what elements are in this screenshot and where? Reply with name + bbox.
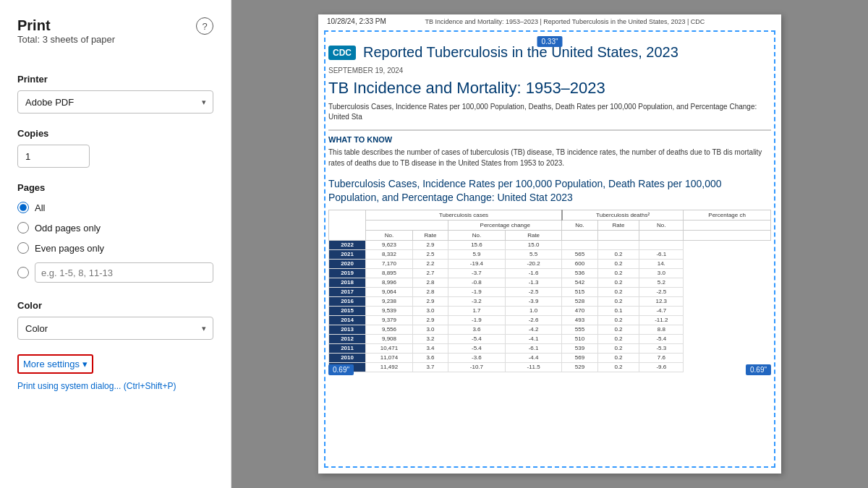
print-subtitle: Total: 3 sheets of paper xyxy=(17,34,115,45)
table-cell: 2019 xyxy=(329,268,366,278)
table-cell: -20.2 xyxy=(505,259,562,268)
table-cell: -4.1 xyxy=(505,334,562,343)
table-cell: -11.2 xyxy=(639,315,684,325)
table-cell: 2020 xyxy=(329,259,366,268)
table-cell: 0.1 xyxy=(597,306,639,315)
copies-input[interactable] xyxy=(17,145,90,168)
table-cell: -1.3 xyxy=(505,278,562,287)
table-cell: 5.5 xyxy=(505,249,562,259)
col-rate3-header xyxy=(597,230,639,240)
color-label: Color xyxy=(17,300,213,311)
table-cell: 536 xyxy=(562,268,597,278)
page-header-date: 10/28/24, 2:33 PM xyxy=(327,17,386,25)
table-cell: 2.2 xyxy=(412,259,448,268)
table-cell: 2012 xyxy=(329,334,366,343)
table-cell: 2.9 xyxy=(412,296,448,306)
system-dialog-link[interactable]: Print using system dialog... (Ctrl+Shift… xyxy=(17,381,213,391)
table-cell: -3.7 xyxy=(448,268,506,278)
cdc-logo: CDC xyxy=(328,46,356,60)
table-cell: 3.4 xyxy=(412,343,448,353)
pages-all-radio[interactable] xyxy=(17,202,29,213)
table-cell: -10.7 xyxy=(448,362,506,372)
table-cell: 569 xyxy=(562,353,597,362)
table-cell: 529 xyxy=(562,362,597,372)
table-cell: 15.0 xyxy=(505,240,562,249)
table-cell: -3.6 xyxy=(448,353,506,362)
table-cell: 10,471 xyxy=(366,343,413,353)
table-cell: 14. xyxy=(639,259,684,268)
pages-all-option[interactable]: All xyxy=(17,199,213,216)
table-cases-header: Tuberculosis cases xyxy=(366,210,562,220)
table-deaths-pct-header xyxy=(684,220,771,230)
table-cell: 2015 xyxy=(329,306,366,315)
table-cell: 9,908 xyxy=(366,334,413,343)
table-cell: 2021 xyxy=(329,249,366,259)
table-cell: 3.2 xyxy=(412,334,448,343)
table-cell: 0.2 xyxy=(597,259,639,268)
copies-label: Copies xyxy=(17,128,213,139)
pages-odd-radio[interactable] xyxy=(17,222,29,234)
pages-custom-radio[interactable] xyxy=(17,267,29,278)
table-cell: 9,623 xyxy=(366,240,413,249)
table-cell: -5.3 xyxy=(639,343,684,353)
table-cell: 2010 xyxy=(329,353,366,362)
table-cell: 7.6 xyxy=(639,353,684,362)
pages-even-radio[interactable] xyxy=(17,242,29,254)
table-cell: 1.7 xyxy=(448,306,506,315)
page-header-bar: 10/28/24, 2:33 PM TB Incidence and Morta… xyxy=(318,14,781,28)
custom-pages-input[interactable] xyxy=(35,262,213,283)
help-button[interactable]: ? xyxy=(196,17,213,35)
tb-subtitle: Tuberculosis Cases, Incidence Rates per … xyxy=(328,102,771,122)
table-cell: 0.2 xyxy=(597,278,639,287)
what-to-know-label: WHAT TO KNOW xyxy=(328,129,771,144)
data-table: Tuberculosis cases Tuberculosis deaths² … xyxy=(328,210,771,372)
table-cell: 565 xyxy=(562,249,597,259)
table-cell: 2014 xyxy=(329,315,366,325)
table-cell: -4.4 xyxy=(505,353,562,362)
top-margin-indicator: 0.33" xyxy=(537,36,562,47)
table-cell: -1.6 xyxy=(505,268,562,278)
pages-even-label: Even pages only xyxy=(35,243,104,254)
table-cell: 2022 xyxy=(329,240,366,249)
table-cell: 9,539 xyxy=(366,306,413,315)
pages-custom-option[interactable] xyxy=(17,260,213,286)
table-cell: 9,379 xyxy=(366,315,413,325)
table-cell: 0.2 xyxy=(597,249,639,259)
printer-select[interactable]: Adobe PDF xyxy=(17,90,213,114)
table-cell: 9,556 xyxy=(366,325,413,334)
table-cell xyxy=(562,240,597,249)
table-cell: -4.2 xyxy=(505,325,562,334)
table-cell: 9,064 xyxy=(366,287,413,296)
table-cell: 3.7 xyxy=(412,362,448,372)
table-cell: 539 xyxy=(562,343,597,353)
table-cell: 2.7 xyxy=(412,268,448,278)
pages-even-option[interactable]: Even pages only xyxy=(17,239,213,257)
table-cell: 0.2 xyxy=(597,325,639,334)
col-no-header: No. xyxy=(366,230,413,240)
table-cell: 3.6 xyxy=(412,353,448,362)
printer-select-wrapper: Adobe PDF ▾ xyxy=(17,90,213,114)
table-deaths-no-header: No. xyxy=(562,220,597,230)
page-header-url: TB Incidence and Mortality: 1953–2023 | … xyxy=(392,18,738,25)
table-cell: -6.1 xyxy=(505,343,562,353)
table-cell: 9,238 xyxy=(366,296,413,306)
pages-odd-option[interactable]: Odd pages only xyxy=(17,219,213,236)
pages-radio-group: All Odd pages only Even pages only xyxy=(17,199,213,286)
col-no4-header xyxy=(639,230,684,240)
col-no3-header xyxy=(562,230,597,240)
table-cell: 8,332 xyxy=(366,249,413,259)
table-cell: 2.8 xyxy=(412,278,448,287)
table-section-heading: Tuberculosis Cases, Incidence Rates per … xyxy=(328,177,771,203)
table-cell: 493 xyxy=(562,315,597,325)
page-content: CDC Reported Tuberculosis in the United … xyxy=(318,38,781,378)
table-cell: 2018 xyxy=(329,278,366,287)
col-rate-header: Rate xyxy=(412,230,448,240)
tb-main-title: TB Incidence and Mortality: 1953–2023 xyxy=(328,79,771,98)
table-cell: 3.0 xyxy=(639,268,684,278)
more-settings-button[interactable]: More settings ▾ xyxy=(17,354,93,374)
table-cell: 2.9 xyxy=(412,315,448,325)
table-cell: 0.2 xyxy=(597,353,639,362)
color-select[interactable]: Color xyxy=(17,317,213,340)
table-cell: 3.0 xyxy=(412,325,448,334)
table-cell: 2017 xyxy=(329,287,366,296)
